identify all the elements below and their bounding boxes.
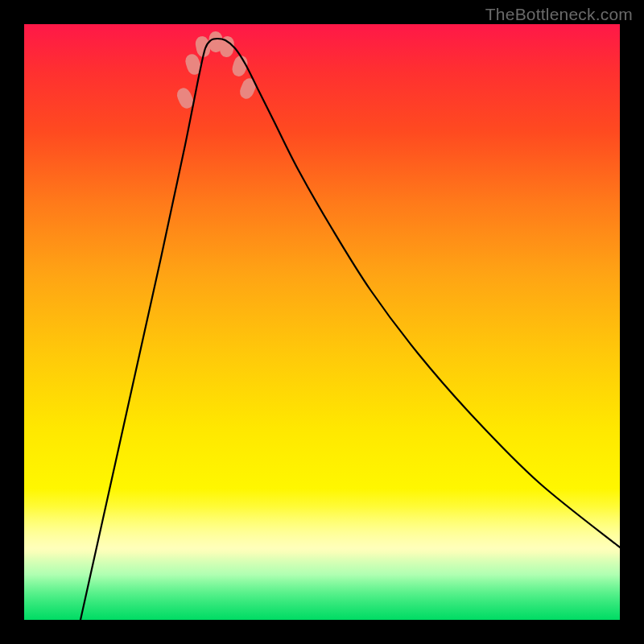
chart-plot-area: [24, 24, 620, 620]
curve-marker: [237, 76, 258, 101]
chart-svg: [24, 24, 620, 620]
watermark-text: TheBottleneck.com: [485, 5, 633, 24]
bottleneck-curve: [80, 39, 620, 620]
curve-markers-group: [175, 31, 258, 111]
